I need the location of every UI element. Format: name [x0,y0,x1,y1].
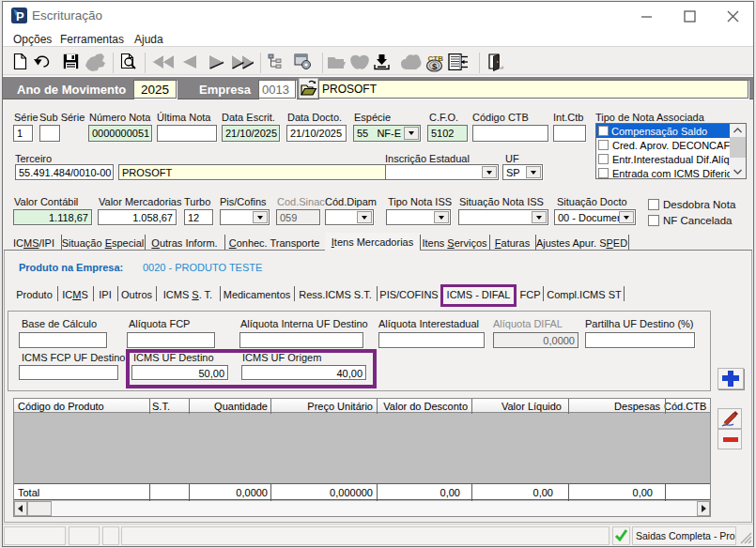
svg-text:$: $ [432,61,438,71]
svg-text:P: P [16,9,24,23]
